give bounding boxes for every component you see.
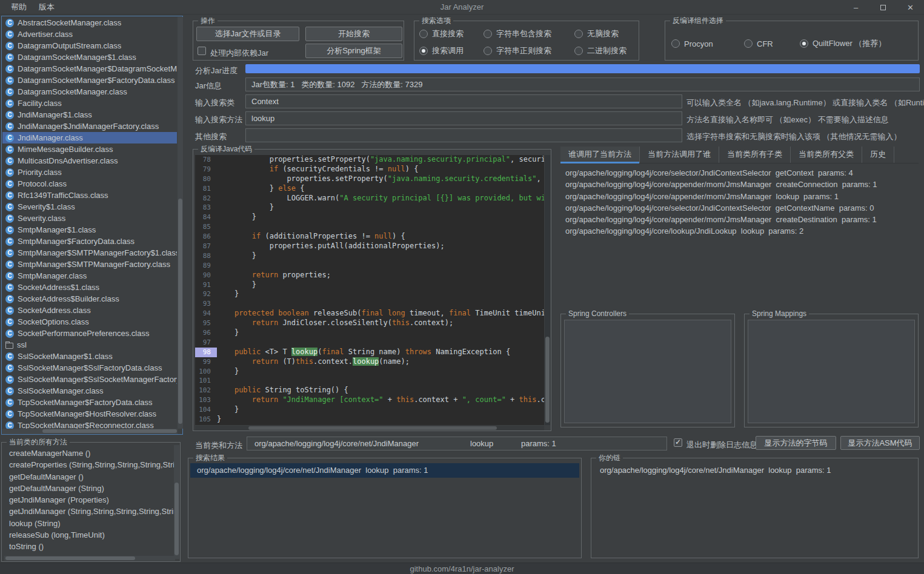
search-result-item[interactable]: org/apache/logging/log4j/core/net/JndiMa… xyxy=(190,463,579,478)
tab-当前方法调用了谁[interactable]: 当前方法调用了谁 xyxy=(640,147,719,163)
tab-历史[interactable]: 历史 xyxy=(862,147,894,163)
search-class-input[interactable]: Context xyxy=(245,94,682,108)
file-list-item[interactable]: CJndiManager.class xyxy=(2,132,177,144)
file-list-item[interactable]: CTcpSocketManager$Reconnector.class xyxy=(2,420,177,429)
file-list-item[interactable]: CDatagramSocketManager$DatagramSocketMan… xyxy=(2,63,177,74)
other-search-input[interactable] xyxy=(245,128,682,142)
class-method-item[interactable]: createProperties (String,String,String,S… xyxy=(4,459,174,470)
file-list-item[interactable]: CAbstractSocketManager.class xyxy=(2,17,177,28)
file-list-item[interactable]: CTcpSocketManager$FactoryData.class xyxy=(2,397,177,408)
menu-item-版本[interactable]: 版本 xyxy=(33,0,61,15)
tab-当前类所有子类[interactable]: 当前类所有子类 xyxy=(719,147,791,163)
search-method-input[interactable]: lookup xyxy=(245,111,682,125)
line-number: 82 xyxy=(195,194,217,203)
file-list-vscroll-handle[interactable] xyxy=(178,199,182,424)
radio-option-CFR[interactable]: CFR xyxy=(744,36,800,51)
class-method-item[interactable]: releaseSub (long,TimeUnit) xyxy=(4,529,174,541)
method-caller-item[interactable]: org/apache/logging/log4j/core/appender/m… xyxy=(560,191,919,202)
file-list-item[interactable]: CFacility.class xyxy=(2,97,177,109)
file-list-item[interactable]: CSslSocketManager$SslFactoryData.class xyxy=(2,362,177,374)
maximize-button[interactable] xyxy=(869,0,897,15)
file-list-item[interactable]: CSmtpManager.class xyxy=(2,270,177,282)
method-caller-item[interactable]: org/apache/logging/log4j/core/lookup/Jnd… xyxy=(560,225,919,237)
file-list-item[interactable]: CJndiManager$JndiManagerFactory.class xyxy=(2,120,177,132)
class-method-item[interactable]: getDefaultManager () xyxy=(4,471,174,483)
radio-option-搜索调用[interactable]: 搜索调用 xyxy=(419,43,484,59)
file-list-item[interactable]: CSocketAddress.class xyxy=(2,305,177,316)
code-token: .context); xyxy=(410,318,453,327)
tab-当前类所有父类[interactable]: 当前类所有父类 xyxy=(791,147,862,163)
file-list-item[interactable]: CMimeMessageBuilder.class xyxy=(2,144,177,155)
menu-item-帮助[interactable]: 帮助 xyxy=(5,0,33,15)
file-list-item[interactable]: ssl xyxy=(2,339,177,351)
chain-item[interactable]: org/apache/logging/log4j/core/net/JndiMa… xyxy=(593,463,916,478)
class-method-item[interactable]: getJndiManager (String,String,String,Str… xyxy=(4,506,174,517)
line-number: 92 xyxy=(195,289,217,299)
minimize-button[interactable]: – xyxy=(842,0,869,15)
radio-option-字符串包含搜索[interactable]: 字符串包含搜索 xyxy=(484,26,574,42)
class-method-item[interactable]: toString () xyxy=(4,541,174,552)
start-search-button[interactable]: 开始搜索 xyxy=(305,27,402,41)
analyze-spring-button[interactable]: 分析Spring框架 xyxy=(305,44,402,58)
file-list-item[interactable]: CSocketAddress$1.class xyxy=(2,282,177,293)
file-list-item[interactable]: CSocketOptions.class xyxy=(2,316,177,328)
file-list-hscroll-handle[interactable] xyxy=(42,429,177,433)
show-asm-button[interactable]: 显示方法ASM代码 xyxy=(840,436,920,450)
radio-option-二进制搜索[interactable]: 二进制搜索 xyxy=(574,43,636,59)
code-line: 93 xyxy=(195,299,544,309)
file-list-item[interactable]: CSocketPerformancePreferences.class xyxy=(2,328,177,339)
code-text: } else { xyxy=(217,184,305,194)
file-name: TcpSocketManager$FactoryData.class xyxy=(18,398,153,407)
method-caller-item[interactable]: org/apache/logging/log4j/core/appender/m… xyxy=(560,214,919,225)
class-method-item[interactable]: getDefaultManager (String) xyxy=(4,483,174,494)
radio-option-无脑搜索[interactable]: 无脑搜索 xyxy=(574,26,636,42)
class-method-item[interactable]: lookup (String) xyxy=(4,518,174,529)
spring-mappings-list[interactable] xyxy=(748,320,915,423)
class-icon: C xyxy=(5,283,14,292)
methods-vscroll-handle[interactable] xyxy=(174,483,179,555)
file-list-item[interactable]: CSocketAddress$Builder.class xyxy=(2,293,177,305)
inner-jar-checkbox[interactable] xyxy=(198,47,206,55)
code-editor[interactable]: 78 properties.setProperty("java.naming.s… xyxy=(195,155,544,425)
file-list-item[interactable]: CDatagramSocketManager.class xyxy=(2,86,177,97)
method-caller-item[interactable]: org/apache/logging/log4j/core/selector/J… xyxy=(560,202,919,214)
delete-log-checkbox[interactable] xyxy=(674,438,682,447)
show-bytecode-button[interactable]: 显示方法的字节码 xyxy=(756,436,836,450)
class-method-item[interactable]: createManagerName () xyxy=(4,447,174,459)
file-list-item[interactable]: CSmtpManager$SMTPManagerFactory.class xyxy=(2,259,177,270)
radio-option-Procyon[interactable]: Procyon xyxy=(671,36,744,51)
method-caller-item[interactable]: org/apache/logging/log4j/core/appender/m… xyxy=(560,179,919,190)
code-vscroll-handle[interactable] xyxy=(545,337,550,423)
line-number: 105 xyxy=(195,415,217,424)
file-list-item[interactable]: CSmtpManager$1.class xyxy=(2,224,177,236)
file-list-item[interactable]: CMulticastDnsAdvertiser.class xyxy=(2,155,177,167)
file-list-item[interactable]: CSslSocketManager$1.class xyxy=(2,351,177,362)
file-list-item[interactable]: CDatagramOutputStream.class xyxy=(2,40,177,51)
class-method-item[interactable]: getJndiManager (Properties) xyxy=(4,494,174,506)
file-list-item[interactable]: CTcpSocketManager$HostResolver.class xyxy=(2,408,177,420)
file-list-item[interactable]: CSmtpManager$SMTPManagerFactory$1.class xyxy=(2,247,177,259)
code-hscroll-handle[interactable] xyxy=(248,426,497,430)
class-file-list[interactable]: CAbstractSocketManager.classCAdvertiser.… xyxy=(1,16,183,435)
file-list-item[interactable]: CSslSocketManager$SslSocketManagerFactor… xyxy=(2,374,177,385)
file-list-item[interactable]: CProtocol.class xyxy=(2,178,177,190)
file-list-item[interactable]: CSeverity$1.class xyxy=(2,201,177,213)
spring-controllers-list[interactable] xyxy=(564,320,731,423)
select-jar-button[interactable]: 选择Jar文件或目录 xyxy=(196,27,299,41)
file-list-item[interactable]: CSeverity.class xyxy=(2,213,177,224)
radio-option-字符串正则搜索[interactable]: 字符串正则搜索 xyxy=(484,43,574,59)
file-list-item[interactable]: CSslSocketManager.class xyxy=(2,385,177,397)
method-caller-item[interactable]: org/apache/logging/log4j/core/selector/J… xyxy=(560,167,919,179)
radio-option-直接搜索[interactable]: 直接搜索 xyxy=(419,26,484,42)
file-list-item[interactable]: CJndiManager$1.class xyxy=(2,109,177,120)
radio-option-QuiltFlower （推荐）[interactable]: QuiltFlower （推荐） xyxy=(800,36,916,51)
file-list-item[interactable]: CDatagramSocketManager$FactoryData.class xyxy=(2,74,177,86)
close-button[interactable]: ✕ xyxy=(897,0,924,15)
file-list-item[interactable]: CDatagramSocketManager$1.class xyxy=(2,51,177,63)
tab-谁调用了当前方法[interactable]: 谁调用了当前方法 xyxy=(560,147,640,163)
methods-hscroll-handle[interactable] xyxy=(5,556,135,560)
file-list-item[interactable]: CPriority.class xyxy=(2,167,177,178)
file-list-item[interactable]: CRfc1349TrafficClass.class xyxy=(2,190,177,201)
file-list-item[interactable]: CSmtpManager$FactoryData.class xyxy=(2,236,177,247)
file-list-item[interactable]: CAdvertiser.class xyxy=(2,28,177,40)
